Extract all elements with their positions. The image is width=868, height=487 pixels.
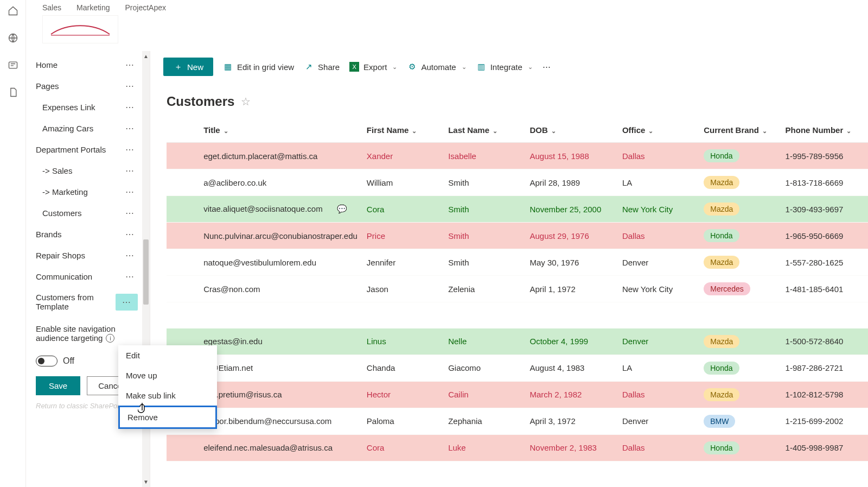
cell-title[interactable]: m@Etiam.net xyxy=(199,355,362,381)
cell-dob: August 4, 1983 xyxy=(526,355,618,381)
nav-pages[interactable]: Pages⋯ xyxy=(26,75,142,97)
col-title[interactable]: Title⌄ xyxy=(199,118,362,143)
nav-brands-more-icon[interactable]: ⋯ xyxy=(122,229,138,239)
nav-amazing-more-icon[interactable]: ⋯ xyxy=(122,123,138,134)
nav-home[interactable]: Home⋯ xyxy=(26,54,142,75)
cell-title[interactable]: Cras@non.com xyxy=(199,276,362,302)
favorite-star-icon[interactable]: ☆ xyxy=(241,95,251,108)
nav-customers[interactable]: Customers⋯ xyxy=(26,203,142,224)
cell-title[interactable]: Nunc.pulvinar.arcu@conubianostraper.edu xyxy=(199,223,362,249)
audience-toggle-state: Off xyxy=(63,356,74,366)
nav-expenses-link[interactable]: Expenses Link⋯ xyxy=(26,97,142,118)
table-row[interactable]: empor.bibendum@neccursusa.comPalomaZepha… xyxy=(167,408,868,434)
cell-title[interactable]: eleifend.nec.malesuada@atrisus.ca xyxy=(199,434,362,461)
nav-pages-more-icon[interactable]: ⋯ xyxy=(122,81,138,91)
table-row[interactable]: a@aclibero.co.ukWilliamSmithApril 28, 19… xyxy=(167,169,868,196)
ctx-move-up[interactable]: Move up xyxy=(118,365,217,385)
nav-amazing-cars[interactable]: Amazing Cars⋯ xyxy=(26,118,142,139)
table-row[interactable]: eget.dictum.placerat@mattis.caXanderIsab… xyxy=(167,143,868,169)
scroll-down-icon[interactable]: ▼ xyxy=(143,477,149,487)
nav-repair-more-icon[interactable]: ⋯ xyxy=(122,250,138,261)
hub-tab-projectapex[interactable]: ProjectApex xyxy=(125,3,166,12)
nav-department-portals[interactable]: Department Portals⋯ xyxy=(26,139,142,160)
chevron-down-icon: ⌄ xyxy=(762,128,767,134)
nav-comm-more-icon[interactable]: ⋯ xyxy=(122,271,138,282)
table-row[interactable]: Nunc.pulvinar.arcu@conubianostraper.eduP… xyxy=(167,223,868,249)
col-first-name[interactable]: First Name⌄ xyxy=(362,118,444,143)
export-button[interactable]: X Export⌄ xyxy=(349,62,397,72)
cell-title[interactable]: a@aclibero.co.uk xyxy=(199,169,362,196)
col-dob[interactable]: DOB⌄ xyxy=(526,118,618,143)
command-bar: ＋ New ▦ Edit in grid view ↗ Share X Expo… xyxy=(150,54,868,84)
col-office[interactable]: Office⌄ xyxy=(618,118,699,143)
cell-last: Smith xyxy=(444,196,525,223)
integrate-button[interactable]: ▥ Integrate⌄ xyxy=(476,62,533,72)
nav-sales[interactable]: -> Sales⋯ xyxy=(26,160,142,181)
nav-sales-more-icon[interactable]: ⋯ xyxy=(122,166,138,176)
table-row[interactable]: m@Etiam.netChandaGiacomoAugust 4, 1983LA… xyxy=(167,355,868,381)
cell-brand: Mazda xyxy=(699,196,781,223)
table-row[interactable]: Cras@non.comJasonZeleniaApril 1, 1972New… xyxy=(167,276,868,302)
col-phone[interactable]: Phone Number⌄ xyxy=(781,118,868,143)
more-commands-button[interactable]: ⋯ xyxy=(542,62,551,72)
col-current-brand[interactable]: Current Brand⌄ xyxy=(699,118,781,143)
nav-customers-from-template[interactable]: Customers from Template⋯ xyxy=(26,287,142,317)
cell-title[interactable]: .elit.pretium@risus.ca xyxy=(199,381,362,408)
cell-last: Isabelle xyxy=(444,143,525,169)
scroll-thumb[interactable] xyxy=(143,239,149,305)
cell-title[interactable]: empor.bibendum@neccursusa.com xyxy=(199,408,362,434)
table-row[interactable]: natoque@vestibulumlorem.eduJenniferSmith… xyxy=(167,249,868,276)
cell-last: Cailin xyxy=(444,381,525,408)
cell-first: Chanda xyxy=(362,355,444,381)
nav-expenses-more-icon[interactable]: ⋯ xyxy=(122,102,138,112)
news-rail-icon[interactable] xyxy=(8,60,18,71)
automate-button[interactable]: ⚙ Automate⌄ xyxy=(407,62,466,72)
nav-home-more-icon[interactable]: ⋯ xyxy=(122,60,138,70)
cell-office: Dallas xyxy=(618,223,699,249)
hub-tab-marketing[interactable]: Marketing xyxy=(76,3,110,12)
ellipsis-icon: ⋯ xyxy=(542,62,551,72)
file-rail-icon[interactable] xyxy=(8,87,18,98)
table-row[interactable]: vitae.aliquet@sociisnatoque.com 💬CoraSmi… xyxy=(167,196,868,223)
cell-phone: 1-995-789-5956 xyxy=(781,143,868,169)
plus-icon: ＋ xyxy=(173,62,183,72)
chevron-down-icon: ⌄ xyxy=(462,64,467,71)
table-row[interactable]: egestas@in.eduLinusNelleOctober 4, 1999D… xyxy=(167,328,868,355)
table-row[interactable]: eleifend.nec.malesuada@atrisus.caCoraLuk… xyxy=(167,434,868,461)
edit-grid-button[interactable]: ▦ Edit in grid view xyxy=(223,62,294,72)
cell-last: Nelle xyxy=(444,328,525,355)
new-button[interactable]: ＋ New xyxy=(163,58,213,76)
cell-brand: Honda xyxy=(699,223,781,249)
globe-rail-icon[interactable] xyxy=(8,33,18,43)
cell-dob: April 1, 1972 xyxy=(526,276,618,302)
ctx-make-sub-link[interactable]: Make sub link xyxy=(118,385,217,406)
cell-dob: November 25, 2000 xyxy=(526,196,618,223)
nav-marketing-more-icon[interactable]: ⋯ xyxy=(122,187,138,197)
nav-marketing[interactable]: -> Marketing⋯ xyxy=(26,181,142,203)
scroll-up-icon[interactable]: ▲ xyxy=(143,51,149,61)
share-button[interactable]: ↗ Share xyxy=(304,62,340,72)
site-logo[interactable] xyxy=(42,15,118,43)
cell-title[interactable]: egestas@in.edu xyxy=(199,328,362,355)
nav-customers-more-icon[interactable]: ⋯ xyxy=(122,208,138,218)
table-row[interactable]: .elit.pretium@risus.caHectorCailinMarch … xyxy=(167,381,868,408)
cell-title[interactable]: eget.dictum.placerat@mattis.ca xyxy=(199,143,362,169)
comment-icon[interactable]: 💬 xyxy=(337,204,347,214)
nav-cft-more-icon[interactable]: ⋯ xyxy=(119,298,135,307)
nav-communication[interactable]: Communication⋯ xyxy=(26,266,142,287)
save-button[interactable]: Save xyxy=(36,376,80,395)
nav-brands[interactable]: Brands⋯ xyxy=(26,224,142,245)
info-icon[interactable]: i xyxy=(106,334,114,343)
audience-toggle[interactable] xyxy=(36,356,58,366)
hub-tab-sales[interactable]: Sales xyxy=(42,3,61,12)
cell-title[interactable]: vitae.aliquet@sociisnatoque.com 💬 xyxy=(199,196,362,223)
cell-brand: Honda xyxy=(699,143,781,169)
cell-office: LA xyxy=(618,355,699,381)
home-rail-icon[interactable] xyxy=(8,5,18,16)
ctx-edit[interactable]: Edit xyxy=(118,345,217,365)
cell-title[interactable]: natoque@vestibulumlorem.edu xyxy=(199,249,362,276)
ctx-remove[interactable]: Remove xyxy=(118,406,217,429)
col-last-name[interactable]: Last Name⌄ xyxy=(444,118,525,143)
nav-repair-shops[interactable]: Repair Shops⋯ xyxy=(26,245,142,266)
nav-dept-more-icon[interactable]: ⋯ xyxy=(122,144,138,155)
